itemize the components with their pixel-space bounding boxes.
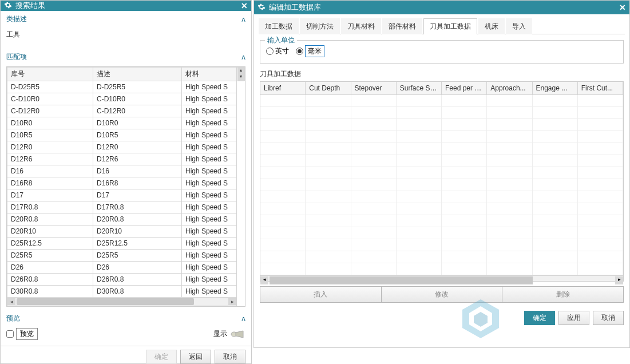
preview-checkbox[interactable] — [6, 330, 14, 338]
action-buttons: 插入 修改 删除 — [260, 286, 624, 303]
show-label: 显示 — [213, 329, 227, 339]
match-header[interactable]: 匹配项 ʌ — [1, 49, 251, 64]
radio-icon — [296, 48, 303, 55]
ok-button[interactable]: 确定 — [146, 350, 177, 364]
vscrollbar[interactable]: ▴ ▾ — [237, 68, 245, 81]
hscrollbar[interactable]: ◂ ▸ — [7, 298, 236, 306]
table-row[interactable]: D30R0.8D30R0.8High Speed S — [7, 286, 245, 298]
grid-row[interactable] — [260, 167, 623, 179]
gear-icon — [257, 3, 266, 13]
apply-button[interactable]: 应用 — [558, 311, 589, 325]
radio-inch[interactable]: 英寸 — [266, 46, 289, 56]
col-desc[interactable]: 描述 — [93, 68, 182, 81]
grid-row[interactable] — [260, 119, 623, 131]
close-icon[interactable]: ✕ — [619, 3, 626, 12]
grid-row[interactable] — [260, 107, 623, 119]
radio-icon — [266, 48, 274, 55]
left-titlebar: 搜索结果 ✕ — [1, 1, 251, 11]
edit-db-panel: 编辑加工数据库 ✕ 加工数据切削方法刀具材料部件材料刀具加工数据机床导入 输入单… — [253, 0, 630, 348]
cancel-button[interactable]: 取消 — [593, 311, 624, 325]
right-title: 编辑加工数据库 — [269, 2, 619, 13]
flashlight-icon[interactable] — [231, 329, 245, 340]
back-button[interactable]: 返回 — [180, 350, 211, 364]
table-row[interactable]: D10R5D10R5High Speed S — [7, 129, 245, 141]
class-desc-value: 工具 — [6, 29, 245, 43]
close-icon[interactable]: ✕ — [241, 1, 248, 10]
chevron-up-icon: ʌ — [241, 15, 245, 23]
data-section-label: 刀具加工数据 — [260, 69, 624, 79]
table-row[interactable]: D16R8D16R8High Speed S — [7, 177, 245, 189]
unit-fieldset: 输入单位 英寸 毫米 — [260, 40, 624, 64]
table-row[interactable]: C-D12R0C-D12R0High Speed S — [7, 105, 245, 117]
table-row[interactable]: D12R6D12R6High Speed S — [7, 153, 245, 165]
data-grid: LibrefCut DepthStepoverSurface Spe...Fee… — [260, 81, 624, 282]
tab-2[interactable]: 刀具材料 — [341, 18, 381, 34]
grid-col-header[interactable]: Libref — [260, 82, 306, 94]
table-row[interactable]: D10R0D10R0High Speed S — [7, 117, 245, 129]
tab-3[interactable]: 部件材料 — [382, 18, 422, 34]
grid-row[interactable] — [260, 95, 623, 107]
table-row[interactable]: D20R0.8D20R0.8High Speed S — [7, 213, 245, 225]
right-footer: 确定 应用 取消 — [254, 307, 629, 329]
col-libno[interactable]: 库号 — [7, 68, 93, 81]
insert-button[interactable]: 插入 — [260, 286, 382, 303]
table-row[interactable]: C-D10R0C-D10R0High Speed S — [7, 93, 245, 105]
tab-6[interactable]: 导入 — [506, 18, 532, 34]
match-body: 库号 描述 材料 ▴ ▾ D-D25R5D-D25R5High Speed SC… — [1, 64, 251, 310]
tab-5[interactable]: 机床 — [478, 18, 505, 34]
table-row[interactable]: D17R0.8D17R0.8High Speed S — [7, 201, 245, 213]
cancel-button[interactable]: 取消 — [215, 350, 245, 364]
match-table: 库号 描述 材料 ▴ ▾ D-D25R5D-D25R5High Speed SC… — [6, 66, 245, 307]
left-title: 搜索结果 — [15, 1, 241, 11]
preview-label: 预览 — [16, 328, 38, 340]
grid-hscrollbar[interactable]: ◂ ▸ — [260, 275, 623, 281]
grid-col-header[interactable]: Approach... — [487, 82, 532, 94]
grid-row[interactable] — [260, 179, 623, 191]
tab-4[interactable]: 刀具加工数据 — [423, 18, 477, 34]
grid-row[interactable] — [260, 191, 623, 203]
modify-button[interactable]: 修改 — [382, 286, 503, 303]
delete-button[interactable]: 删除 — [502, 286, 624, 303]
table-row[interactable]: D25R12.5D25R12.5High Speed S — [7, 238, 245, 250]
table-row[interactable]: D-D25R5D-D25R5High Speed S — [7, 81, 245, 93]
table-row[interactable]: D12R0D12R0High Speed S — [7, 141, 245, 153]
left-footer: 确定 返回 取消 — [1, 346, 251, 364]
grid-row[interactable] — [260, 227, 623, 239]
chevron-up-icon: ʌ — [241, 53, 245, 61]
tab-bar: 加工数据切削方法刀具材料部件材料刀具加工数据机床导入 — [259, 18, 625, 34]
ok-button[interactable]: 确定 — [524, 311, 555, 325]
grid-row[interactable] — [260, 143, 623, 155]
grid-col-header[interactable]: Stepover — [351, 82, 397, 94]
table-row[interactable]: D16D16High Speed S — [7, 165, 245, 177]
table-row[interactable]: D25R5D25R5High Speed S — [7, 250, 245, 262]
grid-col-header[interactable]: Surface Spe... — [397, 82, 442, 94]
right-titlebar: 编辑加工数据库 ✕ — [254, 1, 629, 14]
col-material[interactable]: 材料 — [182, 68, 237, 81]
class-desc-header[interactable]: 类描述 ʌ — [1, 11, 251, 26]
grid-row[interactable] — [260, 131, 623, 143]
grid-row[interactable] — [260, 215, 623, 227]
grid-col-header[interactable]: Engage ... — [533, 82, 578, 94]
grid-row[interactable] — [260, 263, 623, 275]
grid-row[interactable] — [260, 251, 623, 263]
table-row[interactable]: D26R0.8D26R0.8High Speed S — [7, 274, 245, 286]
grid-row[interactable] — [260, 155, 623, 167]
table-row[interactable]: D26D26High Speed S — [7, 262, 245, 274]
grid-col-header[interactable]: First Cut... — [578, 82, 623, 94]
gear-icon — [4, 1, 12, 11]
grid-row[interactable] — [260, 203, 623, 215]
class-desc-body: 工具 — [1, 26, 251, 49]
chevron-up-icon: ʌ — [241, 315, 245, 323]
grid-col-header[interactable]: Cut Depth — [306, 82, 351, 94]
unit-legend: 输入单位 — [265, 35, 297, 45]
table-row[interactable]: D20R10D20R10High Speed S — [7, 225, 245, 238]
preview-header[interactable]: 预览 ʌ — [1, 310, 251, 326]
grid-col-header[interactable]: Feed per T... — [442, 82, 487, 94]
preview-body: 预览 显示 — [1, 326, 251, 346]
table-row[interactable]: D17D17High Speed S — [7, 189, 245, 201]
tab-0[interactable]: 加工数据 — [259, 18, 299, 34]
tab-1[interactable]: 切削方法 — [300, 18, 340, 34]
grid-row[interactable] — [260, 239, 623, 251]
search-results-panel: 搜索结果 ✕ 类描述 ʌ 工具 匹配项 ʌ 库号 描述 材料 ▴ ▾ — [0, 0, 252, 364]
radio-mm[interactable]: 毫米 — [296, 45, 324, 57]
